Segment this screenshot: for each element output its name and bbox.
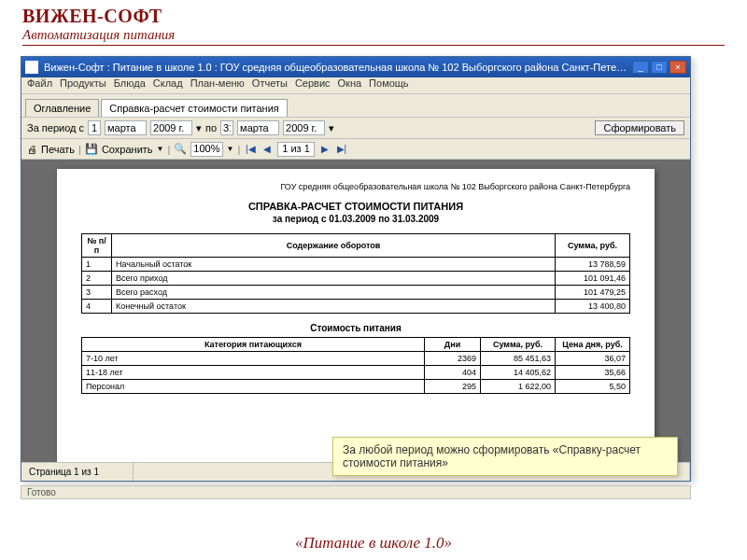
table-row: 1Начальный остаток13 788,59 xyxy=(82,258,630,272)
col-days: Дни xyxy=(425,338,481,352)
period-label: За период с xyxy=(27,122,84,133)
date-to-month[interactable] xyxy=(237,120,279,135)
date-to-picker-icon[interactable]: ▾ xyxy=(329,122,334,134)
turnover-table: № п/п Содержание оборотов Сумма, руб. 1Н… xyxy=(81,233,630,314)
col-sum: Сумма, руб. xyxy=(556,234,630,258)
menu-dishes[interactable]: Блюда xyxy=(114,77,146,93)
brand-title: ВИЖЕН-СОФТ xyxy=(22,6,725,27)
window-title: Вижен-Софт : Питание в школе 1.0 : ГОУ с… xyxy=(44,62,630,73)
menu-reports[interactable]: Отчеты xyxy=(252,77,288,93)
titlebar: Вижен-Софт : Питание в школе 1.0 : ГОУ с… xyxy=(21,57,690,77)
cost-table: Категория питающихся Дни Сумма, руб. Цен… xyxy=(81,337,630,394)
menu-planmenu[interactable]: План-меню xyxy=(190,77,245,93)
tab-toc[interactable]: Оглавление xyxy=(25,99,99,117)
table-row: 7-10 лет236985 451,6336,07 xyxy=(82,352,630,366)
close-button[interactable]: × xyxy=(669,61,686,74)
app-icon xyxy=(25,61,38,74)
menu-service[interactable]: Сервис xyxy=(295,77,331,93)
col-sum2: Сумма, руб. xyxy=(481,338,556,352)
table-row: Персонал2951 622,005,50 xyxy=(82,380,630,394)
zoom-select[interactable]: 100% xyxy=(190,142,222,157)
cost-table-title: Стоимость питания xyxy=(81,323,630,333)
filterbar: За период с ▾ по ▾ Сформировать xyxy=(21,117,690,139)
date-from-picker-icon[interactable]: ▾ xyxy=(196,122,202,134)
brand-subtitle: Автоматизация питания xyxy=(22,27,725,43)
date-to-year[interactable] xyxy=(283,120,325,135)
page-prev-icon[interactable]: ◀ xyxy=(261,143,274,156)
report-school: ГОУ средняя общеобразовательная школа № … xyxy=(81,182,630,191)
col-index: № п/п xyxy=(82,234,112,258)
footer-caption: «Питание в школе 1.0» xyxy=(0,534,747,553)
save-button[interactable]: Сохранить xyxy=(102,144,153,155)
tab-report[interactable]: Справка-расчет стоимости питания xyxy=(101,99,287,117)
report-period: за период с 01.03.2009 по 31.03.2009 xyxy=(81,214,630,224)
zoom-dropdown-icon[interactable]: ▼ xyxy=(227,145,234,153)
menu-file[interactable]: Файл xyxy=(27,77,52,93)
report-viewport: ГОУ средняя общеобразовательная школа № … xyxy=(21,160,690,462)
status-page: Страница 1 из 1 xyxy=(21,463,134,481)
minimize-button[interactable]: _ xyxy=(632,61,649,74)
generate-button[interactable]: Сформировать xyxy=(595,120,684,135)
print-button[interactable]: Печать xyxy=(41,144,75,155)
app-window: Вижен-Софт : Питание в школе 1.0 : ГОУ с… xyxy=(21,56,691,482)
date-to-day[interactable] xyxy=(220,120,233,135)
menu-help[interactable]: Помощь xyxy=(369,77,409,93)
menubar: Файл Продукты Блюда Склад План-меню Отче… xyxy=(21,77,690,94)
menu-window[interactable]: Окна xyxy=(338,77,362,93)
brand-divider xyxy=(22,45,725,46)
date-from-year[interactable] xyxy=(150,120,192,135)
print-icon[interactable]: 🖨 xyxy=(27,144,37,155)
callout: За любой период можно сформировать «Спра… xyxy=(332,437,678,476)
save-dropdown-icon[interactable]: ▼ xyxy=(157,145,164,153)
menu-warehouse[interactable]: Склад xyxy=(153,77,183,93)
col-content: Содержание оборотов xyxy=(112,234,556,258)
zoom-icon[interactable]: 🔍 xyxy=(174,143,187,155)
maximize-button[interactable]: □ xyxy=(651,61,668,74)
menu-products[interactable]: Продукты xyxy=(60,77,106,93)
report-page: ГОУ средняя общеобразовательная школа № … xyxy=(57,169,655,462)
table-row: 4Конечный остаток13 400,80 xyxy=(82,300,630,314)
page-first-icon[interactable]: |◀ xyxy=(244,143,257,156)
report-title: СПРАВКА-РАСЧЕТ СТОИМОСТИ ПИТАНИЯ xyxy=(81,201,630,212)
date-from-day[interactable] xyxy=(88,120,101,135)
tabbar: Оглавление Справка-расчет стоимости пита… xyxy=(21,94,690,117)
period-to-label: по xyxy=(205,122,217,133)
save-icon[interactable]: 💾 xyxy=(85,143,98,155)
page-next-icon[interactable]: ▶ xyxy=(318,143,331,156)
page-indicator: 1 из 1 xyxy=(277,142,315,157)
table-row: 2Всего приход101 091,46 xyxy=(82,272,630,286)
col-category: Категория питающихся xyxy=(82,338,425,352)
app-statusbar: Готово xyxy=(21,485,691,499)
col-price: Цена дня, руб. xyxy=(556,338,630,352)
page-last-icon[interactable]: ▶| xyxy=(335,143,348,156)
print-toolbar: 🖨 Печать | 💾 Сохранить ▼ | 🔍 100% ▼ | |◀… xyxy=(21,139,690,160)
date-from-month[interactable] xyxy=(105,120,147,135)
table-row: 3Всего расход101 479,25 xyxy=(82,286,630,300)
table-row: 11-18 лет40414 405,6235,66 xyxy=(82,366,630,380)
